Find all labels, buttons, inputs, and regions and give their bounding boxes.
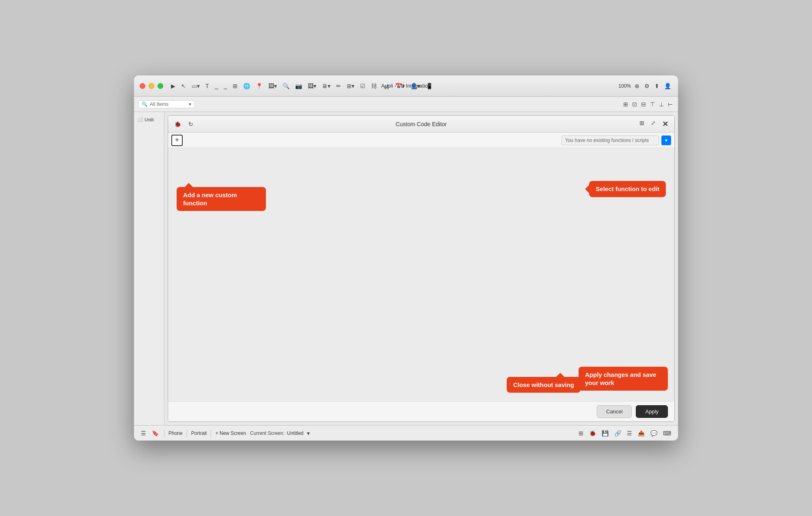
- window-title: Appli - LC Integration: [381, 83, 431, 89]
- screen-dropdown-icon[interactable]: ▾: [306, 429, 311, 437]
- search-box[interactable]: 🔍 All Items ▾: [138, 100, 195, 108]
- screens-icon[interactable]: ⊞: [577, 429, 585, 437]
- speech-icon[interactable]: 💬: [649, 429, 659, 437]
- editor-body[interactable]: [168, 148, 674, 401]
- code-editor-title: Custom Code Editor: [395, 121, 447, 127]
- distribute-icon[interactable]: ⊢: [667, 100, 674, 108]
- bottom-divider-1: [164, 430, 164, 437]
- add-function-button[interactable]: +: [171, 135, 183, 146]
- search-icon[interactable]: 🔍: [281, 82, 291, 90]
- reload-icon[interactable]: ↻: [187, 120, 194, 128]
- code-editor-panel: 🐞 ↻ Custom Code Editor ⊞ ⤢ ✕ + You have …: [168, 115, 675, 422]
- close-icon[interactable]: ✕: [661, 119, 669, 129]
- left-sidebar: ⬜ Untit: [134, 112, 164, 425]
- list-icon[interactable]: ☰: [140, 429, 147, 437]
- editor-toolbar: + You have no existing functions / scrip…: [168, 133, 674, 148]
- expand-icon[interactable]: ⤢: [650, 119, 657, 129]
- current-screen: Current Screen: Untitled ▾: [250, 429, 311, 437]
- image-icon[interactable]: 🖼▾: [267, 82, 278, 90]
- title-bar: ▶ ↖ ▭▾ T ⎯ ⎯ ⊞ 🌐 📍 🖼▾ 🔍 📷 🖼▾ 🖥▾ ✏ ⊞▾ ☑ ⛓…: [134, 75, 678, 97]
- split-view-icon[interactable]: ⊞: [638, 119, 646, 129]
- bottom-divider-3: [211, 430, 211, 437]
- list2-icon[interactable]: ☰: [626, 429, 633, 437]
- align-top-icon[interactable]: ⊤: [649, 100, 656, 108]
- align-bottom-icon[interactable]: ⊥: [658, 100, 665, 108]
- center-area: 🐞 ↻ Custom Code Editor ⊞ ⤢ ✕ + You have …: [164, 112, 678, 425]
- keyboard-icon[interactable]: ⌨: [662, 429, 672, 437]
- screen-icon[interactable]: 🖥▾: [321, 82, 332, 90]
- debug2-icon[interactable]: 🐞: [588, 429, 597, 437]
- bottom-bar: ☰ 🔖 Phone Portrait + New Screen Current …: [134, 425, 678, 441]
- editor-footer: Cancel Apply: [168, 401, 674, 421]
- bookmark-icon[interactable]: 🔖: [151, 429, 160, 437]
- cancel-button[interactable]: Cancel: [597, 405, 632, 418]
- bottom-icons: ☰ 🔖: [140, 429, 160, 437]
- pin-icon[interactable]: 📍: [255, 82, 264, 90]
- account-icon[interactable]: 👤: [663, 82, 672, 90]
- search-small-icon: 🔍: [142, 101, 148, 107]
- camera-icon[interactable]: 📷: [294, 82, 303, 90]
- database-icon[interactable]: 💾: [600, 429, 610, 437]
- search-dropdown-icon[interactable]: ▾: [189, 101, 191, 107]
- photo2-icon[interactable]: 🖼▾: [307, 82, 317, 90]
- close-button[interactable]: [140, 83, 145, 89]
- function-select[interactable]: You have no existing functions / scripts: [561, 135, 659, 145]
- line-icon[interactable]: ⎯: [214, 82, 219, 90]
- globe-icon[interactable]: 🌐: [242, 82, 251, 90]
- apply-button[interactable]: Apply: [636, 405, 668, 418]
- settings-icon[interactable]: ⚙: [643, 82, 651, 90]
- code-editor-header: 🐞 ↻ Custom Code Editor ⊞ ⤢ ✕: [168, 116, 674, 133]
- toolbar-right: 100% ⊕ ⚙ ⬆ 👤: [618, 82, 672, 90]
- current-screen-label: Current Screen:: [250, 430, 285, 436]
- align-right-icon[interactable]: ⊟: [640, 100, 647, 108]
- screen-name-value: Untitled: [287, 430, 304, 436]
- checkbox-icon[interactable]: ☑: [359, 82, 367, 90]
- header-left-icons: 🐞 ↻: [173, 120, 194, 128]
- zoom-icon[interactable]: ⊕: [633, 82, 641, 90]
- mac-window: ▶ ↖ ▭▾ T ⎯ ⎯ ⊞ 🌐 📍 🖼▾ 🔍 📷 🖼▾ 🖥▾ ✏ ⊞▾ ☑ ⛓…: [134, 75, 678, 441]
- layer-label: Untit: [145, 117, 154, 122]
- layer-icon: ⬜: [137, 117, 143, 122]
- bottom-right-icons: ⊞ 🐞 💾 🔗 ☰ 📤 💬 ⌨: [577, 429, 672, 437]
- dash-icon[interactable]: ⎯: [222, 82, 228, 90]
- rectangle-icon[interactable]: ▭▾: [190, 82, 201, 90]
- cursor-icon[interactable]: ↖: [180, 82, 187, 90]
- play-icon[interactable]: ▶: [170, 82, 177, 90]
- toolbar2-icons: ⊞ ⊡ ⊟ ⊤ ⊥ ⊢: [622, 100, 674, 108]
- edit-icon[interactable]: ✏: [335, 82, 342, 90]
- table-icon[interactable]: ⊞: [231, 82, 239, 90]
- function-dropdown: You have no existing functions / scripts…: [561, 135, 671, 145]
- export-icon[interactable]: 📤: [637, 429, 646, 437]
- align-center-icon[interactable]: ⊡: [631, 100, 638, 108]
- api-icon[interactable]: 🔗: [613, 429, 622, 437]
- minimize-button[interactable]: [149, 83, 154, 89]
- sidebar-layer-item[interactable]: ⬜ Untit: [134, 115, 164, 124]
- bottom-divider-2: [187, 430, 187, 437]
- upload-icon[interactable]: ⬆: [653, 82, 661, 90]
- header-right-icons: ⊞ ⤢ ✕: [638, 119, 669, 129]
- traffic-lights: [140, 83, 163, 89]
- align-left-icon[interactable]: ⊞: [622, 100, 629, 108]
- grid-icon[interactable]: ⊞▾: [346, 82, 356, 90]
- text-icon[interactable]: T: [204, 82, 210, 90]
- search-label: All Items: [150, 101, 168, 107]
- zoom-level: 100%: [618, 83, 631, 89]
- main-content: ⬜ Untit 🐞 ↻ Custom Code Editor ⊞ ⤢: [134, 112, 678, 425]
- portrait-label: Portrait: [191, 430, 207, 436]
- secondary-toolbar: 🔍 All Items ▾ ⊞ ⊡ ⊟ ⊤ ⊥ ⊢: [134, 97, 678, 112]
- fullscreen-button[interactable]: [158, 83, 163, 89]
- link-icon[interactable]: ⛓: [370, 82, 378, 90]
- new-screen-button[interactable]: + New Screen: [215, 430, 246, 436]
- phone-label: Phone: [168, 430, 183, 436]
- debug-icon[interactable]: 🐞: [173, 120, 182, 128]
- dropdown-expand-button[interactable]: ▾: [661, 135, 671, 145]
